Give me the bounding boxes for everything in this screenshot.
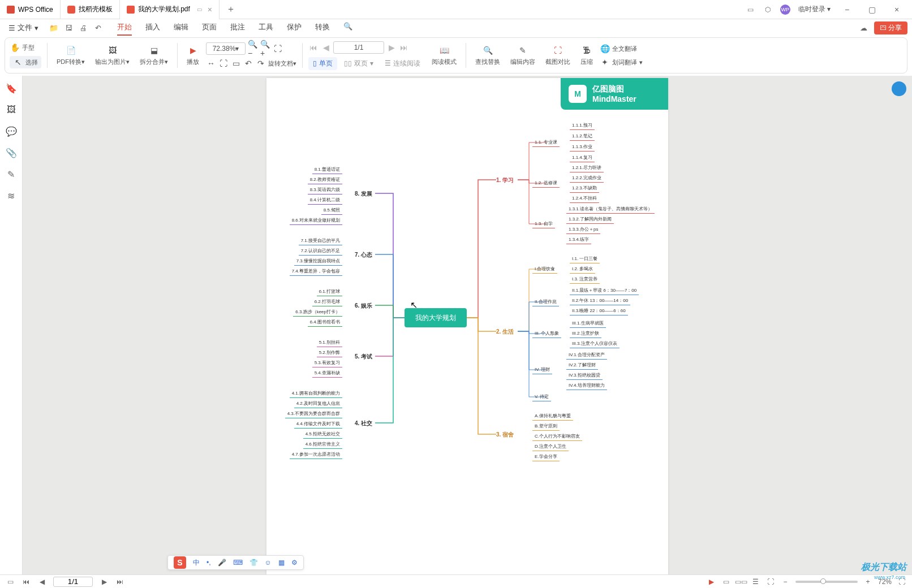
avatar[interactable]: WP bbox=[780, 5, 790, 15]
tab-convert[interactable]: 转换 bbox=[315, 20, 330, 36]
fit-width-icon[interactable]: ↔ bbox=[206, 58, 216, 68]
maximize-button[interactable]: ▢ bbox=[863, 5, 880, 14]
export-image-button[interactable]: 🖼输出为图片▾ bbox=[92, 45, 133, 66]
assistant-icon[interactable] bbox=[892, 81, 906, 96]
zoom-out-status-icon[interactable]: − bbox=[781, 577, 790, 586]
tab-template[interactable]: 找稻壳模板 bbox=[61, 0, 120, 19]
select-tool[interactable]: ↖选择 bbox=[10, 56, 41, 68]
signature-icon[interactable]: ✎ bbox=[7, 170, 16, 179]
fit-page-icon[interactable]: ▭ bbox=[231, 58, 241, 68]
rotate-right-icon[interactable]: ↷ bbox=[256, 58, 266, 68]
tab-wps[interactable]: WPS Office bbox=[0, 0, 61, 19]
ime-settings-icon[interactable]: ⚙ bbox=[291, 559, 298, 567]
zoom-input[interactable]: 72.38% ▾ bbox=[206, 42, 246, 55]
cloud-icon[interactable]: ☁ bbox=[859, 23, 868, 32]
single-page-button[interactable]: ▯ 单页 bbox=[308, 57, 337, 70]
edit-content-button[interactable]: ✎编辑内容 bbox=[507, 45, 539, 66]
thumbnail-icon[interactable]: 🖼 bbox=[7, 105, 16, 114]
file-menu[interactable]: ☰ 文件 ▾ bbox=[5, 21, 42, 34]
tab-edit[interactable]: 编辑 bbox=[174, 20, 188, 36]
play-button[interactable]: ▶播放 bbox=[183, 45, 203, 66]
close-button[interactable]: × bbox=[888, 5, 905, 14]
prev-page-icon[interactable]: ◀ bbox=[37, 577, 46, 586]
save-icon[interactable]: 🖫 bbox=[64, 23, 73, 32]
cube-icon[interactable]: ⬡ bbox=[763, 5, 772, 14]
close-icon[interactable]: × bbox=[208, 5, 212, 14]
compress-button[interactable]: 🗜压缩 bbox=[577, 45, 596, 66]
last-page-icon[interactable]: ⏭ bbox=[399, 42, 409, 53]
rotate-left-icon[interactable]: ↶ bbox=[243, 58, 253, 68]
zoom-in-icon[interactable]: 🔍+ bbox=[260, 44, 270, 54]
zoom-in-status-icon[interactable]: + bbox=[863, 577, 872, 586]
leaf: 6.1.打篮球 bbox=[319, 288, 340, 295]
tab-start[interactable]: 开始 bbox=[117, 20, 132, 36]
first-page-icon[interactable]: ⏮ bbox=[21, 577, 31, 586]
add-tab-button[interactable]: ＋ bbox=[220, 3, 242, 15]
layers-icon[interactable]: ≋ bbox=[7, 191, 16, 200]
minimize-button[interactable]: − bbox=[838, 5, 855, 14]
undo-icon[interactable]: ↶ bbox=[93, 23, 102, 32]
print-icon[interactable]: 🖨 bbox=[79, 23, 88, 32]
ime-shirt-icon[interactable]: 👕 bbox=[249, 559, 258, 567]
tab-menu-icon[interactable]: ▭ bbox=[197, 6, 202, 12]
zoom-slider[interactable] bbox=[795, 581, 858, 583]
next-page-icon[interactable]: ▶ bbox=[100, 577, 109, 586]
bookmark-icon[interactable]: 🔖 bbox=[7, 84, 16, 93]
continuous-button[interactable]: ☰ 连续阅读 bbox=[380, 57, 425, 70]
continuous-view-icon[interactable]: ☰ bbox=[751, 577, 760, 586]
leaf: C.个人行为不影响宿友 bbox=[535, 433, 580, 440]
single-view-icon[interactable]: ▭ bbox=[722, 577, 731, 586]
sidebar-toggle-icon[interactable]: ▭ bbox=[6, 577, 15, 586]
sogou-icon: S bbox=[174, 556, 186, 569]
comment-icon[interactable]: 💬 bbox=[7, 127, 16, 136]
attachment-icon[interactable]: 📎 bbox=[7, 148, 16, 157]
ime-mic-icon[interactable]: 🎤 bbox=[218, 559, 226, 567]
zoom-out-icon[interactable]: 🔍− bbox=[248, 44, 258, 54]
tab-tools[interactable]: 工具 bbox=[259, 20, 273, 36]
tab-search[interactable]: 🔍 bbox=[343, 20, 352, 36]
double-view-icon[interactable]: ▭▭ bbox=[737, 577, 746, 586]
view-mode-icon[interactable]: ▶ bbox=[707, 577, 716, 586]
rotate-doc-button[interactable]: 旋转文档▾ bbox=[268, 59, 296, 68]
open-icon[interactable]: 📁 bbox=[49, 23, 58, 32]
split-merge-button[interactable]: ⬓拆分合并▾ bbox=[136, 45, 171, 66]
tab-annotate[interactable]: 批注 bbox=[230, 20, 245, 36]
ime-grid-icon[interactable]: ▦ bbox=[278, 559, 285, 567]
ime-bar[interactable]: S 中 •, 🎤 ⌨ 👕 ☺ ▦ ⚙ bbox=[167, 555, 304, 570]
login-button[interactable]: 临时登录 ▾ bbox=[798, 5, 831, 14]
full-translate-button[interactable]: 🌐全文翻译 bbox=[600, 44, 643, 54]
page-input[interactable]: 1/1 bbox=[333, 41, 384, 54]
canvas[interactable]: M 亿图脑图MindMaster bbox=[23, 76, 912, 574]
read-mode-button[interactable]: 📖阅读模式 bbox=[428, 45, 460, 66]
fit-icon[interactable]: ⛶ bbox=[766, 577, 775, 586]
screenshot-icon[interactable]: ⛶ bbox=[273, 44, 283, 54]
first-page-icon[interactable]: ⏮ bbox=[308, 42, 319, 53]
leaf: I.1. 一日三餐 bbox=[572, 256, 597, 262]
next-page-icon[interactable]: ▶ bbox=[386, 42, 397, 53]
branch-dorm: 3. 宿舍 bbox=[496, 431, 514, 439]
menu-row: ☰ 文件 ▾ 📁 🖫 🖨 ↶ 开始 插入 编辑 页面 批注 工具 保护 转换 🔍… bbox=[0, 19, 912, 36]
hand-tool[interactable]: ✋手型 bbox=[10, 42, 41, 53]
crop-icon[interactable]: ⛶ bbox=[218, 58, 229, 68]
layout-icon[interactable]: ▭ bbox=[746, 5, 755, 14]
branch-fun: 6. 娱乐 bbox=[355, 302, 372, 310]
double-page-button[interactable]: ▯▯ 双页▾ bbox=[339, 57, 378, 70]
crop-compare-button[interactable]: ⛶截图对比 bbox=[542, 45, 574, 66]
page-input-status[interactable] bbox=[53, 577, 93, 587]
share-button[interactable]: ⮹ 分享 bbox=[874, 21, 907, 34]
ime-keyboard-icon[interactable]: ⌨ bbox=[233, 559, 243, 567]
tab-page[interactable]: 页面 bbox=[202, 20, 217, 36]
word-translate-button[interactable]: ✦划词翻译▾ bbox=[600, 57, 643, 67]
leaf: 1.3.3.办公＋ps bbox=[569, 226, 598, 233]
find-replace-button[interactable]: 🔍查找替换 bbox=[472, 45, 504, 66]
tab-document[interactable]: 我的大学规划.pdf▭× bbox=[120, 0, 220, 19]
branch-life: 2. 生活 bbox=[496, 328, 514, 336]
ime-punct-icon[interactable]: •, bbox=[207, 559, 211, 567]
ime-lang[interactable]: 中 bbox=[193, 558, 200, 568]
ime-emoji-icon[interactable]: ☺ bbox=[265, 559, 272, 567]
tab-protect[interactable]: 保护 bbox=[287, 20, 302, 36]
prev-page-icon[interactable]: ◀ bbox=[321, 42, 331, 53]
tab-insert[interactable]: 插入 bbox=[145, 20, 160, 36]
pdf-convert-button[interactable]: 📄PDF转换▾ bbox=[53, 45, 88, 66]
last-page-icon[interactable]: ⏭ bbox=[115, 577, 124, 586]
